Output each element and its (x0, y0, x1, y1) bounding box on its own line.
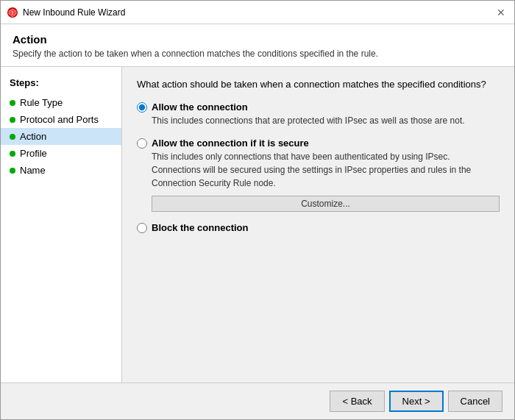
sidebar-title: Steps: (1, 74, 121, 94)
sidebar-item-profile[interactable]: Profile (1, 145, 121, 162)
radio-group: Allow the connection This includes conne… (137, 102, 500, 233)
question-text: What action should be taken when a conne… (137, 79, 500, 90)
sidebar-item-name[interactable]: Name (1, 162, 121, 179)
radio-allow[interactable] (137, 102, 147, 113)
option-allow-secure: Allow the connection if it is secure Thi… (137, 138, 500, 212)
svg-text:!: ! (12, 10, 13, 15)
step-dot-profile (10, 151, 15, 157)
sidebar-label-action: Action (20, 131, 46, 142)
sidebar-label-profile: Profile (20, 148, 47, 159)
page-header: Action Specify the action to be taken wh… (1, 24, 514, 67)
customize-button[interactable]: Customize... (152, 196, 500, 212)
option-allow-secure-row: Allow the connection if it is secure (137, 138, 500, 149)
sidebar-item-action[interactable]: Action (1, 128, 121, 145)
option-block-row: Block the connection (137, 222, 500, 233)
step-dot-action (10, 134, 15, 140)
sidebar-label-protocol-ports: Protocol and Ports (20, 114, 99, 125)
option-allow-secure-desc: This includes only connections that have… (152, 150, 500, 190)
sidebar-label-name: Name (20, 165, 46, 176)
option-allow: Allow the connection This includes conne… (137, 102, 500, 127)
step-dot-protocol-ports (10, 117, 15, 123)
radio-allow-secure[interactable] (137, 138, 147, 149)
option-allow-label: Allow the connection (152, 102, 248, 113)
wizard-window: ! New Inbound Rule Wizard ✕ Action Speci… (0, 0, 515, 420)
option-block: Block the connection (137, 222, 500, 233)
option-allow-row: Allow the connection (137, 102, 500, 113)
content-area: Steps: Rule Type Protocol and Ports Acti… (1, 67, 514, 382)
main-panel: What action should be taken when a conne… (122, 67, 514, 382)
title-bar: ! New Inbound Rule Wizard ✕ (1, 1, 514, 24)
window-title: New Inbound Rule Wizard (23, 7, 125, 18)
back-button[interactable]: < Back (330, 391, 384, 412)
sidebar: Steps: Rule Type Protocol and Ports Acti… (1, 67, 122, 382)
step-dot-name (10, 168, 15, 174)
close-button[interactable]: ✕ (494, 5, 508, 20)
next-button[interactable]: Next > (389, 391, 444, 412)
sidebar-item-rule-type[interactable]: Rule Type (1, 94, 121, 111)
footer: < Back Next > Cancel (1, 382, 514, 419)
cancel-button[interactable]: Cancel (448, 391, 502, 412)
wizard-icon: ! (7, 7, 18, 18)
option-allow-desc: This includes connections that are prote… (152, 114, 500, 127)
sidebar-item-protocol-ports[interactable]: Protocol and Ports (1, 111, 121, 128)
step-dot-rule-type (10, 100, 15, 106)
radio-block[interactable] (137, 223, 147, 233)
option-block-label: Block the connection (152, 222, 248, 233)
sidebar-label-rule-type: Rule Type (20, 97, 63, 108)
page-subtitle: Specify the action to be taken when a co… (13, 49, 502, 59)
title-bar-left: ! New Inbound Rule Wizard (7, 7, 125, 18)
option-allow-secure-label: Allow the connection if it is secure (152, 138, 309, 149)
page-title: Action (13, 33, 502, 46)
